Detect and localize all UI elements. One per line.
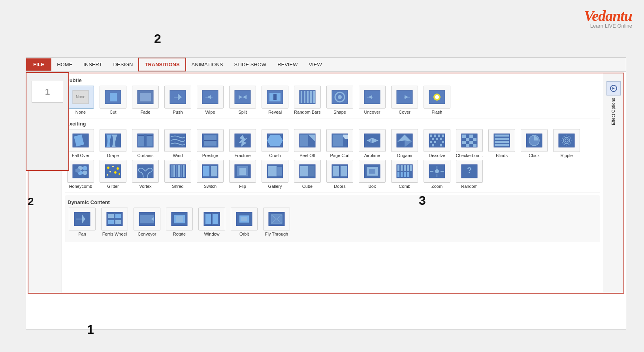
transition-none[interactable]: None None xyxy=(65,86,96,115)
menu-home[interactable]: HOME xyxy=(51,58,78,71)
transition-comb[interactable]: Comb xyxy=(389,160,420,189)
subtle-grid: None None Cut xyxy=(65,86,600,115)
transition-pan[interactable]: Pan xyxy=(67,208,98,237)
annotation-1: 1 xyxy=(87,322,94,337)
transition-push[interactable]: Push xyxy=(162,86,193,115)
transition-wind-label: Wind xyxy=(173,153,183,158)
transition-peel-off[interactable]: Peel Off xyxy=(292,129,323,158)
svg-rect-114 xyxy=(181,165,182,177)
menu-review[interactable]: REVIEW xyxy=(272,58,303,71)
svg-rect-112 xyxy=(176,165,177,177)
transition-ferris-wheel[interactable]: Ferris Wheel xyxy=(99,208,130,237)
transition-cover[interactable]: Cover xyxy=(389,86,420,115)
transition-fall-over-label: Fall Over xyxy=(72,153,90,158)
menu-view[interactable]: VIEW xyxy=(303,58,327,71)
transition-orbit[interactable]: Orbit xyxy=(229,208,260,237)
svg-rect-43 xyxy=(147,135,153,146)
transition-orbit-label: Orbit xyxy=(239,232,249,237)
svg-rect-113 xyxy=(178,165,180,177)
transition-fly-through-label: Fly Through xyxy=(265,232,288,237)
svg-rect-22 xyxy=(304,91,305,103)
menu-slideshow[interactable]: SLIDE SHOW xyxy=(229,58,272,71)
transitions-panel: Subtle None None xyxy=(62,73,603,293)
transition-airplane[interactable]: Airplane xyxy=(357,129,388,158)
transition-wind[interactable]: Wind xyxy=(162,129,193,158)
transition-page-curl[interactable]: Page Curl xyxy=(324,129,355,158)
transition-random-bars[interactable]: Random Bars xyxy=(292,86,323,115)
transition-glitter[interactable]: Glitter xyxy=(98,160,128,189)
svg-point-102 xyxy=(112,166,114,167)
transition-box[interactable]: Box xyxy=(357,160,388,189)
transition-blinds[interactable]: Blinds xyxy=(486,129,517,158)
effect-options-panel[interactable]: Effect Options xyxy=(603,73,623,293)
svg-rect-121 xyxy=(239,168,246,175)
transition-shred[interactable]: Shred xyxy=(162,160,193,189)
transition-flash[interactable]: Flash xyxy=(422,86,452,115)
transition-origami[interactable]: Origami xyxy=(389,129,420,158)
transition-checkerboard[interactable]: Checkerboa... xyxy=(454,129,485,158)
effect-options-icon xyxy=(606,81,621,95)
transition-ripple[interactable]: Ripple xyxy=(551,129,582,158)
transition-fly-through[interactable]: Fly Through xyxy=(261,208,292,237)
transition-fall-over[interactable]: Fall Over xyxy=(65,129,96,158)
transition-uncover[interactable]: Uncover xyxy=(357,86,388,115)
svg-rect-76 xyxy=(469,135,473,138)
transition-clock[interactable]: Clock xyxy=(519,129,550,158)
svg-rect-77 xyxy=(466,138,469,141)
svg-rect-68 xyxy=(440,138,442,140)
transition-doors[interactable]: Doors xyxy=(324,160,355,189)
svg-rect-5 xyxy=(110,93,117,101)
transition-zoom[interactable]: Zoom xyxy=(422,160,452,189)
transition-reveal[interactable]: Reveal xyxy=(260,86,290,115)
transition-shred-label: Shred xyxy=(172,184,183,189)
svg-rect-84 xyxy=(495,135,509,137)
transition-shape[interactable]: Shape xyxy=(324,86,355,115)
transition-clock-label: Clock xyxy=(529,153,540,158)
menu-insert[interactable]: INSERT xyxy=(78,58,107,71)
transition-prestige[interactable]: Prestige xyxy=(195,129,226,158)
svg-rect-135 xyxy=(369,169,375,174)
transition-cover-label: Cover xyxy=(399,110,410,115)
transition-flip[interactable]: Flip xyxy=(227,160,258,189)
transition-window[interactable]: Window xyxy=(196,208,227,237)
transition-random-bars-label: Random Bars xyxy=(294,110,320,115)
transition-honeycomb[interactable]: Honeycomb xyxy=(65,160,96,189)
svg-marker-52 xyxy=(267,135,283,146)
transition-window-label: Window xyxy=(204,232,219,237)
svg-rect-78 xyxy=(473,138,476,141)
transition-random[interactable]: ? Random xyxy=(454,160,485,189)
transition-crush-label: Crush xyxy=(269,153,281,158)
transition-dissolve[interactable]: Dissolve xyxy=(422,129,452,158)
transition-flash-label: Flash xyxy=(432,110,443,115)
svg-rect-71 xyxy=(442,141,444,143)
transition-cut[interactable]: Cut xyxy=(98,86,128,115)
svg-rect-21 xyxy=(301,91,302,103)
menu-animations[interactable]: ANIMATIONS xyxy=(186,58,229,71)
menu-file[interactable]: FILE xyxy=(26,58,51,71)
transition-crush[interactable]: Crush xyxy=(260,129,290,158)
transition-fracture[interactable]: Fracture xyxy=(227,129,258,158)
transition-conveyor[interactable]: Conveyor xyxy=(132,208,162,237)
svg-point-147 xyxy=(435,169,439,173)
transition-curtains[interactable]: Curtains xyxy=(130,129,161,158)
menu-transitions[interactable]: TRANSITIONS xyxy=(138,58,186,71)
transition-drape-label: Drape xyxy=(107,153,119,158)
svg-rect-142 xyxy=(397,172,399,177)
menu-design[interactable]: DESIGN xyxy=(108,58,139,71)
transition-switch[interactable]: Switch xyxy=(195,160,226,189)
svg-rect-145 xyxy=(407,172,409,177)
transition-origami-label: Origami xyxy=(397,153,412,158)
svg-point-104 xyxy=(109,171,111,172)
transition-zoom-label: Zoom xyxy=(431,184,443,189)
svg-rect-124 xyxy=(277,167,282,176)
transition-vortex[interactable]: Vortex xyxy=(130,160,161,189)
transition-fade[interactable]: Fade xyxy=(130,86,161,115)
svg-rect-82 xyxy=(473,144,476,147)
transition-rotate[interactable]: Rotate xyxy=(164,208,195,237)
svg-rect-131 xyxy=(341,166,347,176)
transition-gallery[interactable]: Gallery xyxy=(260,160,290,189)
transition-drape[interactable]: Drape xyxy=(98,129,128,158)
transition-wipe[interactable]: Wipe xyxy=(195,86,226,115)
transition-cube[interactable]: Cube xyxy=(292,160,323,189)
transition-split[interactable]: Split xyxy=(227,86,258,115)
